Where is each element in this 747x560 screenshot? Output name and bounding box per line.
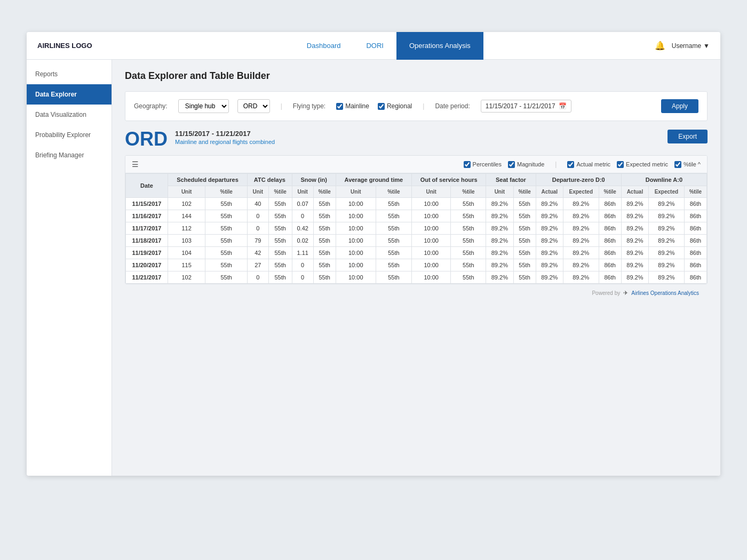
cell-r2-c12: 55th [513, 222, 536, 235]
cell-r2-c5: 0.42 [292, 222, 313, 235]
cell-r0-c15: 86th [599, 198, 621, 210]
export-button[interactable]: Export [667, 130, 708, 143]
cell-r4-c9: 10:00 [412, 247, 451, 259]
cell-r6-c11: 89.2% [486, 271, 513, 284]
sub-down-pct: %tile [684, 186, 706, 198]
cell-r1-c2: 55th [205, 210, 248, 222]
regional-checkbox-label[interactable]: Regional [378, 102, 412, 110]
cell-r1-c12: 55th [513, 210, 536, 222]
regional-checkbox[interactable] [378, 103, 385, 110]
nav-dashboard[interactable]: Dashboard [294, 32, 354, 60]
cell-r4-c16: 89.2% [621, 247, 648, 259]
cell-r5-c10: 55th [451, 259, 486, 271]
ord-header: ORD 11/15/2017 - 11/21/2017 Mainline and… [125, 130, 708, 149]
bell-icon[interactable]: 🔔 [655, 41, 665, 51]
nav-dori[interactable]: DORI [353, 32, 396, 60]
cell-r1-c6: 55th [313, 210, 336, 222]
date-range-input[interactable]: 11/15/2017 - 11/21/2017 📅 [481, 100, 571, 113]
cell-r0-c11: 89.2% [486, 198, 513, 210]
expected-metric-checkbox-label[interactable]: Expected metric [617, 161, 668, 168]
cell-r2-c8: 55th [376, 222, 411, 235]
col-snow: Snow (in) [292, 174, 336, 186]
sub-snow-pct: %tile [313, 186, 336, 198]
magnitude-label: Magnitude [517, 161, 544, 167]
mainline-checkbox-label[interactable]: Mainline [336, 102, 369, 110]
expected-metric-checkbox[interactable] [617, 161, 624, 168]
table-row: 11/21/201710255th055th055th10:0055th10:0… [126, 271, 707, 284]
cell-r0-c0: 11/15/2017 [126, 198, 168, 210]
cell-r0-c16: 89.2% [621, 198, 648, 210]
cell-r2-c18: 86th [684, 222, 706, 235]
nav-operations-analysis[interactable]: Operations Analysis [396, 32, 483, 60]
cell-r5-c11: 89.2% [486, 259, 513, 271]
cell-r6-c2: 55th [205, 271, 248, 284]
cell-r3-c12: 55th [513, 235, 536, 247]
pctile-checkbox-label[interactable]: %tile ^ [674, 161, 701, 168]
geography-select[interactable]: Single hub [178, 99, 229, 113]
cell-r5-c14: 89.2% [563, 259, 599, 271]
magnitude-checkbox-label[interactable]: Magnitude [508, 161, 544, 168]
cell-r0-c1: 102 [168, 198, 205, 210]
hub-select[interactable]: ORD [237, 99, 270, 113]
cell-r1-c16: 89.2% [621, 210, 648, 222]
percentiles-checkbox[interactable] [464, 161, 471, 168]
cell-r5-c8: 55th [376, 259, 411, 271]
sub-atc-unit: Unit [248, 186, 268, 198]
actual-metric-checkbox-label[interactable]: Actual metric [567, 161, 610, 168]
cell-r2-c3: 0 [248, 222, 268, 235]
username-dropdown[interactable]: Username ▼ [672, 42, 710, 50]
brand-logo-icon: ✈ [623, 290, 628, 297]
pctile-checkbox[interactable] [674, 161, 681, 168]
actual-metric-checkbox[interactable] [567, 161, 574, 168]
sub-avg-unit: Unit [336, 186, 376, 198]
cell-r1-c17: 89.2% [649, 210, 685, 222]
cell-r1-c14: 89.2% [563, 210, 599, 222]
cell-r2-c1: 112 [168, 222, 205, 235]
cell-r4-c11: 89.2% [486, 247, 513, 259]
cell-r4-c14: 89.2% [563, 247, 599, 259]
magnitude-checkbox[interactable] [508, 161, 515, 168]
cell-r4-c18: 86th [684, 247, 706, 259]
cell-r4-c3: 42 [248, 247, 268, 259]
cell-r3-c15: 86th [599, 235, 621, 247]
sidebar-item-briefing-manager[interactable]: Briefing Manager [27, 145, 112, 165]
cell-r3-c0: 11/18/2017 [126, 235, 168, 247]
sub-sched-pct: %tile [205, 186, 248, 198]
table-columns-icon[interactable]: ☰ [132, 160, 139, 169]
table-row: 11/19/201710455th4255th1.1155th10:0055th… [126, 247, 707, 259]
mainline-label: Mainline [345, 102, 369, 110]
regional-label: Regional [387, 102, 412, 110]
sub-sched-unit: Unit [168, 186, 205, 198]
cell-r5-c3: 27 [248, 259, 268, 271]
cell-r3-c6: 55th [313, 235, 336, 247]
sidebar-item-reports[interactable]: Reports [27, 64, 112, 84]
apply-button[interactable]: Apply [661, 99, 698, 113]
sub-oos-pct: %tile [451, 186, 486, 198]
ord-details: 11/15/2017 - 11/21/2017 Mainline and reg… [175, 130, 275, 145]
sidebar-item-data-explorer[interactable]: Data Explorer [27, 84, 112, 105]
date-period-label: Date period: [435, 102, 470, 110]
sidebar-item-probability-explorer[interactable]: Probability Explorer [27, 125, 112, 145]
ord-date-range: 11/15/2017 - 11/21/2017 [175, 130, 275, 138]
cell-r0-c12: 55th [513, 198, 536, 210]
percentiles-checkbox-label[interactable]: Percentiles [464, 161, 502, 168]
cell-r1-c10: 55th [451, 210, 486, 222]
cell-r4-c6: 55th [313, 247, 336, 259]
cell-r6-c16: 89.2% [621, 271, 648, 284]
cell-r0-c14: 89.2% [563, 198, 599, 210]
cell-r0-c3: 40 [248, 198, 268, 210]
cell-r5-c7: 10:00 [336, 259, 376, 271]
sub-dep0-pct: %tile [599, 186, 621, 198]
cell-r4-c7: 10:00 [336, 247, 376, 259]
cell-r3-c2: 55th [205, 235, 248, 247]
sidebar-item-data-visualization[interactable]: Data Visualization [27, 105, 112, 125]
cell-r2-c13: 89.2% [536, 222, 563, 235]
cell-r0-c17: 89.2% [649, 198, 685, 210]
mainline-checkbox[interactable] [336, 103, 343, 110]
table-row: 11/20/201711555th2755th055th10:0055th10:… [126, 259, 707, 271]
cell-r6-c4: 55th [268, 271, 292, 284]
data-table: Date Scheduled departures ATC delays Sno… [125, 173, 707, 284]
cell-r6-c6: 55th [313, 271, 336, 284]
cell-r2-c9: 10:00 [412, 222, 451, 235]
cell-r4-c1: 104 [168, 247, 205, 259]
